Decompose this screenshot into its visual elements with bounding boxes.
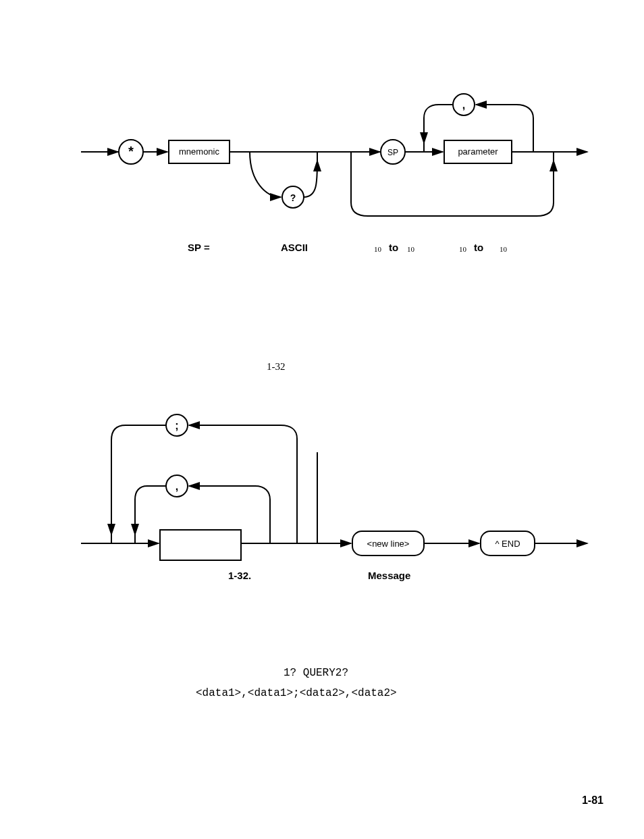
sub10-2: 10 (407, 245, 414, 253)
page-number: 1-81 (582, 794, 603, 807)
newline-label: <new line> (367, 539, 410, 549)
fig-label-right: Message (368, 570, 410, 581)
to-2: to (474, 242, 483, 253)
parameter-label: parameter (458, 146, 498, 157)
page: * mnemonic SP parameter ? (0, 0, 644, 839)
example-line1: 1? QUERY2? (284, 667, 348, 679)
semicolon-symbol: ; (175, 420, 178, 431)
star-symbol: * (127, 145, 135, 161)
sp-equals: SP = (188, 242, 210, 253)
comma-symbol-bottom: , (176, 481, 178, 492)
to-1: to (389, 242, 398, 253)
sp-label: SP (387, 148, 398, 157)
sub10-4: 10 (500, 245, 507, 253)
comma-symbol-top: , (462, 99, 465, 111)
mid-ref: 1-32 (267, 361, 286, 373)
svg-rect-16 (160, 530, 241, 560)
fig-label-left: 1-32. (228, 570, 251, 581)
question-symbol: ? (290, 192, 296, 203)
sub10-1: 10 (374, 245, 381, 253)
mnemonic-label: mnemonic (179, 146, 219, 157)
example-line2: <data1>,<data1>;<data2>,<data2> (196, 687, 397, 699)
end-label: ^ END (495, 539, 520, 549)
ascii-label: ASCII (281, 242, 308, 253)
sub10-3: 10 (459, 245, 466, 253)
diagram-bottom-svg: <new line> ^ END , ; 1-32. Message (0, 398, 644, 601)
diagram-top-svg: * mnemonic SP parameter ? (0, 81, 644, 256)
